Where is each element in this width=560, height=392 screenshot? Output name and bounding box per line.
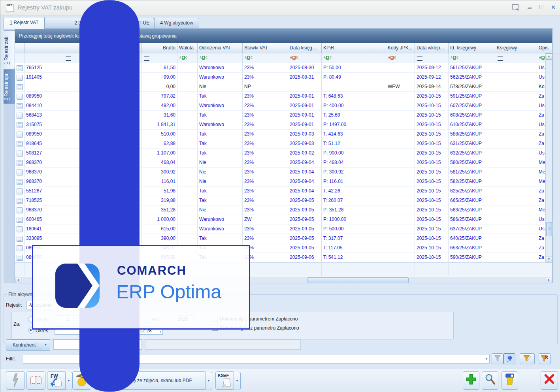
cell-ksiegowy [495, 196, 537, 205]
row-checkbox[interactable] [17, 217, 23, 223]
close-button[interactable] [541, 371, 558, 390]
abc-filter-icon[interactable]: ABC [179, 56, 187, 60]
filter-cell-sel[interactable] [15, 53, 25, 63]
equals-filter-icon[interactable] [144, 57, 149, 61]
funnel-edit-button[interactable] [520, 353, 535, 364]
row-checkbox[interactable] [17, 236, 23, 242]
equals-filter-icon[interactable] [498, 57, 503, 61]
horizontal-scroll-thumb[interactable] [307, 277, 409, 283]
row-checkbox[interactable] [17, 75, 23, 81]
kontrahent-button[interactable]: Kontrahent [6, 339, 42, 351]
column-header-stawka[interactable]: Stawki VAT [243, 43, 288, 53]
funnel-button[interactable] [492, 353, 503, 364]
row-checkbox[interactable] [17, 160, 23, 166]
ksef-button[interactable]: KSeF ▼ [215, 371, 234, 390]
tab-Rejestr VAT[interactable]: 1 Rejestr VAT [4, 17, 45, 29]
cell-data_ksieg [288, 82, 322, 92]
side-tab-1[interactable]: 1 Rejestr zak. [4, 30, 15, 69]
column-header-data_ksieg[interactable]: Data księg... [288, 43, 322, 53]
cell-kpir: P: 400.00 [322, 101, 386, 111]
row-checkbox[interactable] [17, 113, 23, 119]
abc-filter-icon[interactable]: ABC [388, 56, 396, 60]
pin-button[interactable] [503, 353, 515, 364]
filter-cell-num[interactable] [25, 53, 63, 63]
funnel-clear-button[interactable] [539, 353, 551, 364]
abc-filter-icon[interactable]: ABC [451, 56, 458, 60]
ksef-dropdown-icon[interactable]: ▼ [234, 372, 241, 390]
abc-filter-icon[interactable]: ABC [245, 56, 253, 60]
column-header-kpir[interactable]: KPiR [322, 43, 386, 53]
maximize-icon[interactable] [537, 4, 546, 11]
chevron-down-icon: ▼ [485, 357, 488, 361]
kontrahent-dropdown-icon[interactable]: ▼ [41, 339, 50, 351]
column-header-ksiegowy[interactable]: Księgowy [495, 43, 537, 53]
abc-filter-icon[interactable]: ABC [324, 56, 332, 60]
column-header-kody_jpk[interactable]: Kody JPK... [386, 43, 415, 53]
abc-filter-icon[interactable]: ABC [200, 56, 207, 60]
filter-cell-brutto[interactable] [142, 53, 177, 63]
row-checkbox[interactable] [17, 179, 23, 185]
column-header-waluta[interactable]: Waluta [177, 43, 198, 53]
fw-dropdown-icon[interactable]: ▼ [65, 372, 72, 390]
scroll-up-icon[interactable]: ▲ [546, 53, 552, 60]
cell-data_ksieg: 2025-09-04 [288, 158, 322, 168]
column-header-odliczenia[interactable]: Odliczenia VAT [198, 43, 243, 53]
side-tab-2[interactable]: 2 Rejestr spr. [4, 69, 15, 104]
popout-window-icon[interactable] [511, 4, 520, 11]
filter-cell-waluta[interactable]: ABC [177, 53, 198, 63]
row-checkbox[interactable] [17, 94, 23, 100]
filter-cell-stawka[interactable]: ABC [243, 53, 288, 63]
add-button[interactable] [463, 371, 479, 390]
abc-filter-icon[interactable]: ABC [290, 56, 298, 60]
filter-cell-ksiegowy[interactable] [495, 53, 537, 63]
row-checkbox[interactable] [17, 132, 23, 138]
row-checkbox[interactable] [17, 170, 23, 175]
row-checkbox[interactable] [17, 84, 23, 90]
scroll-left-icon[interactable]: ◄ [15, 277, 21, 283]
equals-filter-icon[interactable] [417, 57, 422, 61]
row-checkbox[interactable] [17, 103, 23, 109]
filter-cell-data_wklep[interactable] [415, 53, 449, 63]
row-checkbox[interactable] [17, 226, 23, 232]
tab-Wg atrybutów[interactable]: 4 Wg atrybutów [154, 18, 199, 28]
vertical-scrollbar[interactable]: ▲ ▼ [545, 53, 552, 262]
filter-cell-id_ksiegowy[interactable]: ABC [449, 53, 495, 63]
filter-cell-kody_jpk[interactable]: ABC [386, 53, 415, 63]
scan-dropdown-icon[interactable]: ▼ [205, 372, 212, 390]
cell-id_ksiegowy: 561/25/ZAKUP [449, 63, 495, 73]
minimize-icon[interactable] [525, 4, 534, 11]
equals-filter-icon[interactable] [66, 57, 71, 61]
row-checkbox[interactable] [17, 198, 23, 204]
row-checkbox[interactable] [17, 65, 23, 71]
row-checkbox[interactable] [17, 188, 23, 194]
cell-kody_jpk [386, 73, 415, 82]
row-checkbox[interactable] [17, 141, 23, 147]
row-checkbox[interactable] [17, 255, 23, 261]
view-button[interactable] [482, 371, 498, 390]
column-header-num[interactable] [25, 43, 63, 53]
lightning-button[interactable] [6, 371, 25, 390]
cell-stawka: NP [243, 82, 288, 92]
fw-button[interactable]: FW ▼ [47, 371, 66, 390]
filter-cell-data_ksieg[interactable]: ABC [288, 53, 322, 63]
cell-brutto: 615,00 [142, 224, 177, 234]
cell-sel [15, 63, 25, 73]
column-header-opis[interactable]: Opis [537, 43, 560, 53]
filter-cell-odliczenia[interactable]: ABC [198, 53, 243, 63]
row-checkbox[interactable] [17, 122, 23, 128]
book-button[interactable] [26, 371, 45, 390]
delete-button[interactable] [502, 371, 518, 390]
scroll-right-icon[interactable]: ► [546, 277, 552, 283]
close-icon[interactable]: ✕ [549, 4, 558, 11]
row-checkbox[interactable] [17, 245, 23, 251]
column-header-brutto[interactable]: Brutto [142, 43, 177, 53]
row-checkbox[interactable] [17, 151, 23, 156]
column-header-data_wklep[interactable]: Data wklep... [415, 43, 449, 53]
column-header-sel[interactable] [15, 43, 25, 53]
column-header-id_ksiegowy[interactable]: Id. księgowy [449, 43, 495, 53]
vertical-scroll-thumb[interactable] [546, 222, 552, 236]
scroll-down-icon[interactable]: ▼ [546, 256, 552, 262]
row-checkbox[interactable] [17, 207, 23, 213]
cell-kpir: T: 25.69 [322, 111, 386, 120]
filter-cell-kpir[interactable]: ABC [322, 53, 386, 63]
